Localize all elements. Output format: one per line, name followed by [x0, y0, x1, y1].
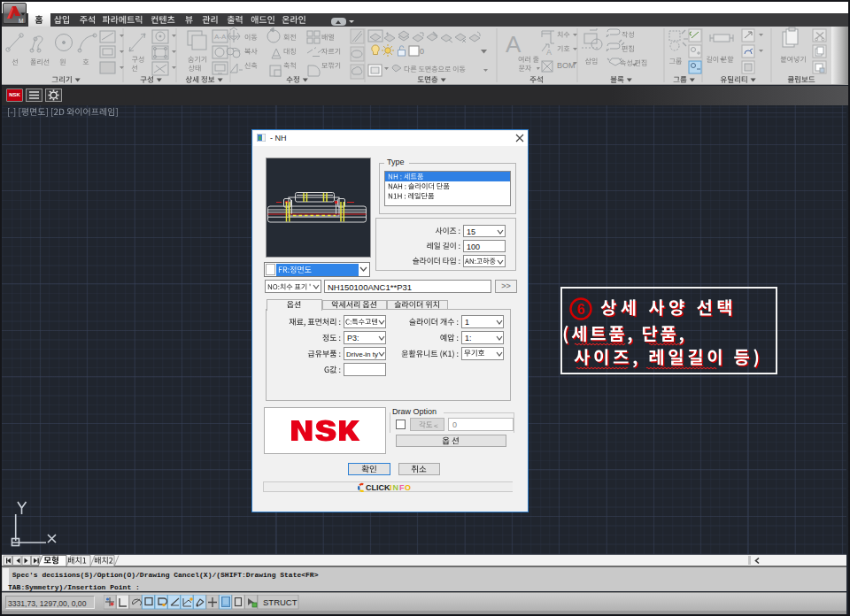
- svg-text:O: O: [405, 483, 411, 492]
- svg-text:A: A: [506, 31, 522, 58]
- svg-text:0: 0: [420, 47, 424, 56]
- svg-text:BOM: BOM: [557, 61, 576, 70]
- svg-text:A: A: [546, 48, 552, 57]
- svg-text:M: M: [19, 18, 23, 24]
- svg-text:A-A: A-A: [214, 33, 227, 41]
- svg-text:I: I: [390, 483, 392, 492]
- svg-text:STRUCT: STRUCT: [263, 597, 298, 607]
- svg-text:CLICK: CLICK: [366, 483, 390, 492]
- svg-text:6: 6: [577, 302, 585, 317]
- svg-text:N: N: [393, 483, 399, 492]
